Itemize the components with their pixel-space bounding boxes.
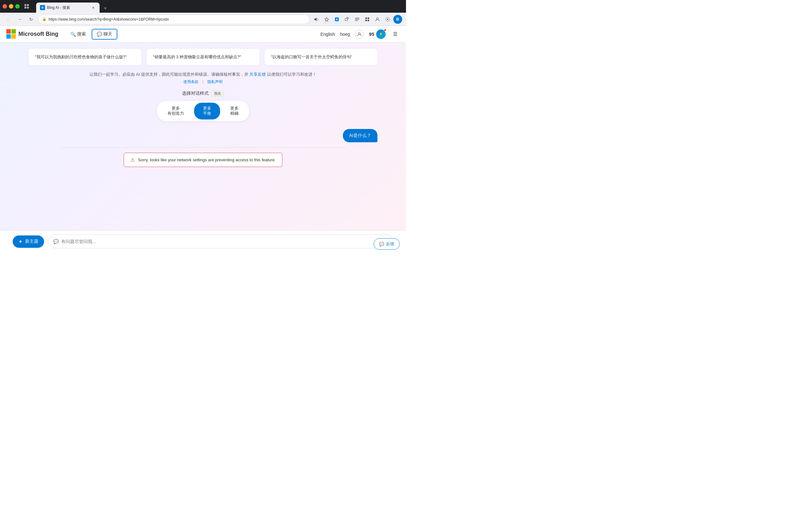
- copilot-btn[interactable]: [333, 15, 341, 24]
- new-tab-btn[interactable]: +: [101, 4, 110, 13]
- user-message-bubble: AI是什么？: [343, 129, 377, 142]
- profile-btn[interactable]: [373, 15, 382, 24]
- main-content: "我可以为我挑剔的只吃橙色食物的孩子做什么饭?" "销量最高的 3 种宠物吸尘器…: [0, 43, 406, 253]
- svg-rect-7: [365, 17, 367, 19]
- read-aloud-btn[interactable]: [312, 15, 321, 24]
- creative-line1: 更多: [167, 106, 184, 111]
- bing-header-right: English hoeg 95 ⚡ ☰: [320, 30, 400, 39]
- user-name[interactable]: hoeg: [340, 32, 350, 37]
- svg-marker-4: [325, 17, 328, 21]
- bing-logo[interactable]: Microsoft Bing: [6, 29, 58, 39]
- nav-search-label: 搜索: [77, 32, 86, 37]
- feedback-label: 反馈: [386, 241, 394, 247]
- nav-chat-item[interactable]: 💬 聊天: [92, 29, 117, 40]
- tab-grid-btn[interactable]: [22, 2, 31, 11]
- nav-search-item[interactable]: 🔍 搜索: [66, 30, 90, 39]
- svg-rect-13: [6, 29, 11, 34]
- lock-icon: 🔒: [42, 17, 47, 21]
- svg-point-12: [387, 19, 388, 20]
- svg-rect-1: [27, 4, 29, 6]
- svg-rect-14: [11, 29, 16, 34]
- bing-header: Microsoft Bing 🔍 搜索 💬 聊天 English hoeg 95…: [0, 26, 406, 43]
- chat-nav-icon: 💬: [97, 32, 102, 37]
- error-divider: [60, 147, 346, 148]
- new-topic-btn[interactable]: ✦ 新主题: [13, 235, 44, 248]
- suggestion-cards: "我可以为我挑剔的只吃橙色食物的孩子做什么饭?" "销量最高的 3 种宠物吸尘器…: [29, 49, 377, 65]
- bing-nav: 🔍 搜索 💬 聊天: [66, 29, 320, 40]
- maximize-window-btn[interactable]: [15, 4, 20, 9]
- toolbar-icons: B: [312, 15, 402, 24]
- style-creative-btn[interactable]: 更多 有创造力: [159, 103, 193, 120]
- favorites-btn[interactable]: [353, 15, 362, 24]
- message-icon: 💬: [53, 239, 59, 244]
- tab-title: Bing AI - 搜索: [47, 5, 70, 10]
- style-precise-btn[interactable]: 更多 精确: [221, 103, 247, 120]
- svg-rect-6: [345, 18, 347, 20]
- bing-logo-text: Microsoft Bing: [18, 31, 58, 38]
- favorites-add-btn[interactable]: [322, 15, 331, 24]
- browser-toolbar: ← → ↻ 🔒 https://www.bing.com/search?q=Bi…: [0, 13, 406, 26]
- creative-line2: 有创造力: [167, 111, 184, 116]
- style-label-row: 选择对话样式 预览: [182, 90, 224, 97]
- suggestion-card-2[interactable]: "销量最高的 3 种宠物吸尘器有哪些优点和缺点?": [147, 49, 259, 65]
- settings-btn[interactable]: [383, 15, 392, 24]
- terms-link[interactable]: 使用条款: [183, 79, 199, 84]
- active-tab[interactable]: B Bing AI - 搜索 ✕: [36, 3, 100, 13]
- tab-close-btn[interactable]: ✕: [91, 5, 96, 10]
- suggestion-card-3[interactable]: "以海盗的口吻写一首关于外太空鳄鱼的俳句": [264, 49, 377, 65]
- terms-row: 使用条款 | 隐私声明: [183, 79, 222, 84]
- share-feedback-link[interactable]: 共享反馈: [249, 72, 266, 77]
- info-text-before: 让我们一起学习。必应由 AI 提供支持，因此可能出现意外和错误。请确保核对事实，…: [90, 72, 248, 77]
- language-selector[interactable]: English: [320, 32, 335, 37]
- minimize-window-btn[interactable]: [9, 4, 13, 9]
- chat-area: AI是什么？: [29, 129, 377, 142]
- hamburger-menu-btn[interactable]: ☰: [391, 30, 400, 39]
- balanced-line1: 更多: [203, 106, 211, 111]
- feedback-btn[interactable]: 💬 反馈: [374, 238, 400, 250]
- bottom-bar: ✦ 新主题 💬: [0, 230, 406, 253]
- svg-rect-3: [27, 7, 29, 9]
- warning-icon: ⚠: [131, 157, 135, 163]
- svg-rect-9: [365, 20, 367, 21]
- svg-rect-16: [11, 34, 16, 39]
- user-avatar-btn[interactable]: [355, 30, 364, 39]
- chat-input[interactable]: [61, 239, 388, 244]
- suggestion-card-1[interactable]: "我可以为我挑剔的只吃橙色食物的孩子做什么饭?": [29, 49, 142, 65]
- close-window-btn[interactable]: [3, 4, 7, 9]
- privacy-link[interactable]: 隐私声明: [207, 79, 223, 84]
- svg-point-11: [376, 18, 378, 20]
- error-area: ⚠ Sorry, looks like your network setting…: [60, 147, 346, 167]
- svg-rect-2: [24, 7, 26, 9]
- style-buttons: 更多 有创造力 更多 平衡 更多 精确: [157, 101, 249, 122]
- svg-point-17: [358, 33, 360, 35]
- forward-btn[interactable]: →: [15, 15, 24, 24]
- reload-btn[interactable]: ↻: [27, 15, 36, 24]
- terms-divider: |: [202, 79, 203, 84]
- back-btn[interactable]: ←: [4, 15, 13, 24]
- style-balanced-btn[interactable]: 更多 平衡: [194, 103, 220, 120]
- points-value: 95: [369, 32, 374, 37]
- page-content: Microsoft Bing 🔍 搜索 💬 聊天 English hoeg 95…: [0, 26, 406, 253]
- search-nav-icon: 🔍: [70, 32, 76, 37]
- tab-bar: B Bing AI - 搜索 ✕ +: [36, 0, 403, 13]
- points-notification-dot: [384, 29, 386, 32]
- svg-rect-0: [24, 4, 26, 6]
- precise-line1: 更多: [230, 106, 239, 111]
- new-topic-icon: ✦: [18, 239, 22, 245]
- feedback-icon: 💬: [379, 242, 384, 246]
- error-banner: ⚠ Sorry, looks like your network setting…: [124, 153, 282, 167]
- precise-line2: 精确: [230, 111, 239, 116]
- style-label-text: 选择对话样式: [182, 91, 209, 96]
- tab-favicon: B: [40, 5, 45, 10]
- error-text: Sorry, looks like your network settings …: [138, 158, 275, 162]
- points-section[interactable]: 95 ⚡: [369, 30, 386, 39]
- preview-badge: 预览: [211, 90, 224, 97]
- extensions-btn[interactable]: [343, 15, 351, 24]
- info-text: 让我们一起学习。必应由 AI 提供支持，因此可能出现意外和错误。请确保核对事实，…: [90, 72, 316, 77]
- collections-btn[interactable]: [363, 15, 372, 24]
- points-badge: ⚡: [376, 30, 386, 39]
- address-bar[interactable]: 🔒 https://www.bing.com/search?q=Bing+AI&…: [38, 14, 310, 24]
- svg-rect-8: [368, 17, 369, 19]
- bing-sidebar-btn[interactable]: B: [393, 15, 402, 24]
- svg-rect-15: [6, 34, 11, 39]
